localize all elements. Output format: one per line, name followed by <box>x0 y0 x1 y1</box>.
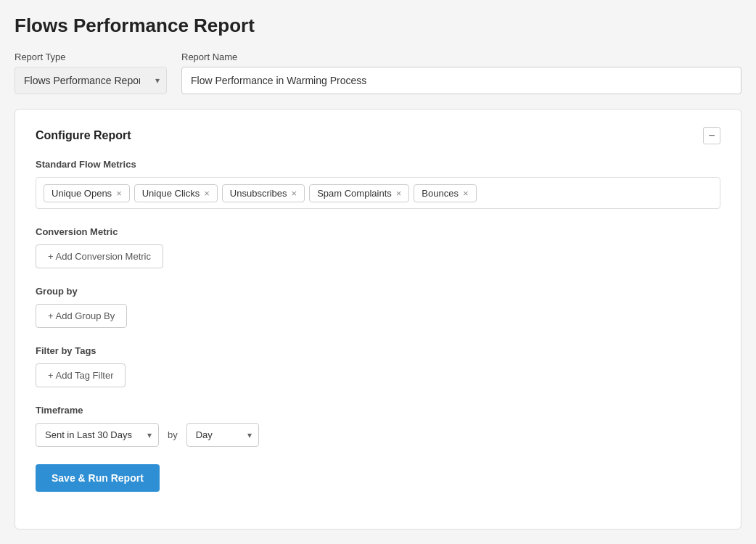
page-header: Flows Performance Report <box>15 15 741 37</box>
list-item: Unique Clicks× <box>134 184 218 202</box>
tag-remove-button[interactable]: × <box>292 189 297 198</box>
report-type-field: Report Type Flows Performance ReportCamp… <box>15 51 167 94</box>
configure-header: Configure Report − <box>36 127 720 144</box>
save-run-button[interactable]: Save & Run Report <box>36 464 160 492</box>
collapse-icon: − <box>708 130 715 141</box>
list-item: Spam Complaints× <box>309 184 409 202</box>
configure-title: Configure Report <box>36 129 131 142</box>
actions-row: Save & Run Report <box>36 464 720 492</box>
add-group-by-button[interactable]: + Add Group By <box>36 304 127 328</box>
tag-remove-button[interactable]: × <box>116 189 122 198</box>
page-title: Flows Performance Report <box>15 15 741 37</box>
timeframe-section: Timeframe Sent in Last 30 DaysSent in La… <box>36 405 720 447</box>
report-name-label: Report Name <box>181 51 741 62</box>
report-name-input[interactable] <box>181 67 741 94</box>
add-tag-filter-button[interactable]: + Add Tag Filter <box>36 363 126 387</box>
report-type-label: Report Type <box>15 51 167 62</box>
report-type-select-container: Flows Performance ReportCampaign Perform… <box>15 67 167 94</box>
top-row: Report Type Flows Performance ReportCamp… <box>15 51 741 94</box>
granularity-select[interactable]: DayWeekMonth <box>186 423 259 447</box>
list-item: Unique Opens× <box>44 184 130 202</box>
granularity-select-wrapper: DayWeekMonth ▾ <box>186 423 259 447</box>
tag-label: Bounces <box>422 188 459 199</box>
tag-remove-button[interactable]: × <box>396 189 402 198</box>
filter-by-tags-section: Filter by Tags + Add Tag Filter <box>36 345 720 387</box>
add-group-by-label: + Add Group By <box>48 310 115 321</box>
collapse-button[interactable]: − <box>703 127 720 144</box>
tag-remove-button[interactable]: × <box>204 189 210 198</box>
list-item: Unsubscribes× <box>222 184 305 202</box>
report-type-select[interactable]: Flows Performance ReportCampaign Perform… <box>15 67 167 94</box>
timeframe-label: Timeframe <box>36 405 720 416</box>
group-by-label: Group by <box>36 286 720 297</box>
tag-label: Spam Complaints <box>317 188 392 199</box>
save-run-label: Save & Run Report <box>52 472 144 484</box>
standard-metrics-label: Standard Flow Metrics <box>36 159 720 170</box>
add-conversion-metric-button[interactable]: + Add Conversion Metric <box>36 244 163 268</box>
tag-label: Unsubscribes <box>230 188 287 199</box>
tag-label: Unique Clicks <box>142 188 200 199</box>
conversion-metric-section: Conversion Metric + Add Conversion Metri… <box>36 226 720 268</box>
filter-by-tags-label: Filter by Tags <box>36 345 720 356</box>
standard-metrics-section: Standard Flow Metrics Unique Opens×Uniqu… <box>36 159 720 209</box>
conversion-metric-label: Conversion Metric <box>36 226 720 237</box>
tag-remove-button[interactable]: × <box>463 189 469 198</box>
group-by-section: Group by + Add Group By <box>36 286 720 328</box>
standard-metrics-tags: Unique Opens×Unique Clicks×Unsubscribes×… <box>36 177 720 209</box>
add-tag-filter-label: + Add Tag Filter <box>48 370 113 381</box>
list-item: Bounces× <box>414 184 476 202</box>
configure-panel: Configure Report − Standard Flow Metrics… <box>15 109 741 529</box>
period-select[interactable]: Sent in Last 30 DaysSent in Last 7 DaysS… <box>36 423 159 447</box>
timeframe-row: Sent in Last 30 DaysSent in Last 7 DaysS… <box>36 423 720 447</box>
tag-label: Unique Opens <box>52 188 112 199</box>
add-conversion-metric-label: + Add Conversion Metric <box>48 251 151 262</box>
report-name-field: Report Name <box>181 51 741 94</box>
period-select-wrapper: Sent in Last 30 DaysSent in Last 7 DaysS… <box>36 423 159 447</box>
by-label: by <box>168 429 178 440</box>
